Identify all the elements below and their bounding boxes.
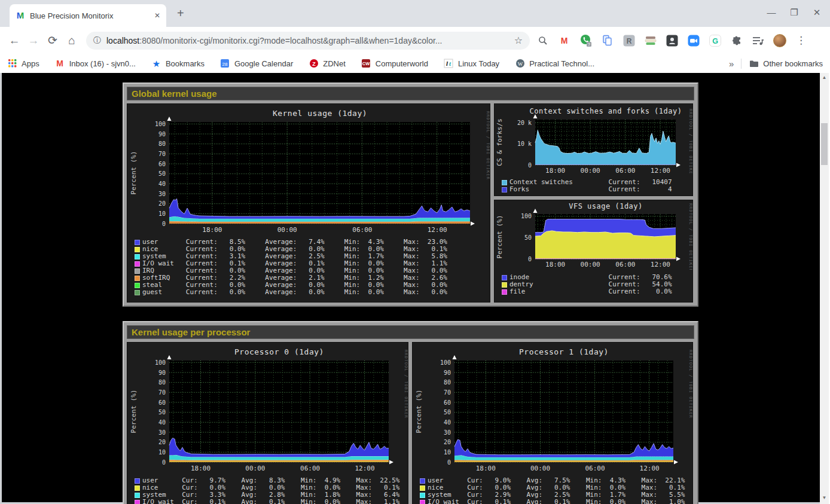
legend-swatch <box>420 493 425 498</box>
legend-row: Forks Current: 4 <box>502 186 692 193</box>
grammarly-icon[interactable]: G <box>708 33 722 47</box>
svg-text:M: M <box>17 11 25 20</box>
svg-text:00:00: 00:00 <box>581 167 600 175</box>
apps-grid-icon <box>7 59 17 69</box>
chart-processor-1[interactable]: 010203040506070809010018:0000:0006:0012:… <box>412 342 693 504</box>
svg-text:20: 20 <box>158 439 166 445</box>
calendar-icon: 28 <box>220 59 230 69</box>
bookmark-label: Linux Today <box>458 59 499 68</box>
tab-close-icon[interactable]: ✕ <box>154 11 160 20</box>
bookmark-star-icon[interactable]: ☆ <box>514 35 523 46</box>
bookmark-item[interactable]: ltLinux Today <box>444 59 499 69</box>
google-voice-icon[interactable]: ? <box>579 33 593 47</box>
window-maximize-icon[interactable]: ❐ <box>789 7 799 18</box>
section-title: Kernel usage per processor <box>132 327 250 337</box>
browser-toolbar: ← → ⟳ ⌂ ⓘ localhost :8080/monitorix-cgi/… <box>0 27 830 54</box>
svg-text:RRDTOOL / TOBI OETIKER: RRDTOOL / TOBI OETIKER <box>688 109 692 175</box>
svg-text:W: W <box>517 61 523 67</box>
reload-button[interactable]: ⟳ <box>43 33 62 47</box>
bookmark-item[interactable]: Apps <box>7 59 39 69</box>
bookmark-item[interactable]: ★Bookmarks <box>151 59 205 69</box>
bookmark-item[interactable]: WPractical Technol... <box>515 59 594 69</box>
copy-pages-icon[interactable] <box>600 33 614 47</box>
svg-text:06:00: 06:00 <box>585 465 605 472</box>
chart-kernel-usage[interactable]: 010203040506070809010018:0000:0006:0012:… <box>127 103 490 303</box>
svg-text:100: 100 <box>155 121 166 127</box>
svg-text:10: 10 <box>158 449 166 456</box>
bookmark-item[interactable]: 28Google Calendar <box>220 59 293 69</box>
svg-text:10: 10 <box>444 449 451 456</box>
zoom-meet-icon[interactable] <box>686 33 700 47</box>
svg-text:06:00: 06:00 <box>615 261 635 268</box>
url-path: :8080/monitorix-cgi/monitorix.cgi?mode=l… <box>139 36 442 45</box>
url-bar[interactable]: ⓘ localhost :8080/monitorix-cgi/monitori… <box>86 32 530 50</box>
svg-text:RRDTOOL / TOBI OETIKER: RRDTOOL / TOBI OETIKER <box>688 350 692 419</box>
puzzle-icon[interactable] <box>730 33 743 47</box>
page-scrollbar[interactable]: ▲ ▼ <box>820 73 829 504</box>
svg-text:12:00: 12:00 <box>428 226 447 234</box>
legend-text: I/O wait Cur: 0.1% Avg: 0.1% Min: 0.0% M… <box>142 499 399 504</box>
star-icon: ★ <box>151 59 161 69</box>
legend-text: I/O wait Cur: 0.1% Avg: 0.1% Min: 0.0% M… <box>428 499 685 504</box>
menu-icon[interactable]: ⋮ <box>794 33 808 47</box>
folder-icon <box>749 59 759 69</box>
chart-legend: Context switches Current: 10407Forks Cur… <box>502 179 692 193</box>
bookmarks-overflow-icon[interactable]: » <box>729 59 741 69</box>
tab-title: Blue Precision Monitorix <box>30 11 149 20</box>
forward-button[interactable]: → <box>24 34 43 47</box>
svg-text:RRDTOOL / TOBI OETIKER: RRDTOOL / TOBI OETIKER <box>404 350 408 419</box>
svg-text:70: 70 <box>158 389 166 396</box>
scrollbar-up-arrow[interactable]: ▲ <box>820 73 829 82</box>
svg-text:10 k: 10 k <box>517 140 532 147</box>
r-ext-icon[interactable]: R <box>622 33 636 47</box>
legend-swatch <box>135 254 140 259</box>
svg-text:20: 20 <box>444 439 451 445</box>
svg-text:18:00: 18:00 <box>545 167 565 175</box>
svg-text:50: 50 <box>158 170 166 177</box>
svg-text:90: 90 <box>158 369 166 376</box>
window-close-icon[interactable]: ✕ <box>812 7 822 18</box>
bookmark-item[interactable]: ZZDNet <box>309 59 346 69</box>
dark-ext-icon[interactable] <box>665 33 679 47</box>
chart-processor-0[interactable]: 010203040506070809010018:0000:0006:0012:… <box>127 342 408 504</box>
legend-swatch <box>135 276 140 281</box>
bookmark-label: Google Calendar <box>234 59 293 68</box>
chart-vfs-usage[interactable]: 05010018:0000:0006:0012:00VFS usage (1da… <box>494 200 693 303</box>
home-button[interactable]: ⌂ <box>62 34 81 47</box>
scrollbar-thumb[interactable] <box>821 123 828 165</box>
svg-text:40: 40 <box>158 419 166 426</box>
legend-swatch <box>135 240 140 245</box>
profile-icon[interactable] <box>773 33 786 47</box>
chart-vfs-plot: 05010018:0000:0006:0012:00VFS usage (1da… <box>495 200 692 270</box>
gmail-icon[interactable]: M <box>557 33 571 47</box>
browser-tab[interactable]: M Blue Precision Monitorix ✕ <box>10 4 166 27</box>
back-button[interactable]: ← <box>5 34 24 47</box>
other-bookmarks-label: Other bookmarks <box>763 59 823 68</box>
svg-text:90: 90 <box>158 131 166 138</box>
chart-context-switches[interactable]: 010 k20 k18:0000:0006:0012:00Context swi… <box>494 103 693 196</box>
svg-text:80: 80 <box>444 379 451 386</box>
svg-text:RRDTOOL / TOBI OETIKER: RRDTOOL / TOBI OETIKER <box>486 111 490 180</box>
bookmark-item[interactable]: MInbox (16) - sjvn0... <box>55 59 136 69</box>
svg-text:VFS usage (1day): VFS usage (1day) <box>569 202 643 210</box>
scrollbar-down-arrow[interactable]: ▼ <box>820 493 829 502</box>
svg-text:0: 0 <box>162 459 166 466</box>
bookmark-label: Practical Technol... <box>529 59 594 68</box>
svg-text:Context switches and forks (1: Context switches and forks (1day) <box>530 107 682 115</box>
svg-text:100: 100 <box>521 213 532 219</box>
window-frame-left <box>0 73 2 504</box>
bookmark-item[interactable]: CWComputerworld <box>361 59 428 69</box>
page-info-icon[interactable]: ⓘ <box>93 35 101 46</box>
legend-swatch <box>135 290 140 295</box>
window-minimize-icon[interactable]: — <box>767 7 776 18</box>
svg-text:40: 40 <box>444 419 451 426</box>
search-icon[interactable] <box>536 33 550 47</box>
media-list-icon[interactable] <box>751 33 765 47</box>
books-icon[interactable] <box>643 33 657 47</box>
new-tab-button[interactable]: + <box>177 7 184 19</box>
svg-text:70: 70 <box>444 389 451 396</box>
legend-row: I/O wait Cur: 0.1% Avg: 0.1% Min: 0.0% M… <box>420 499 692 504</box>
other-bookmarks-button[interactable]: Other bookmarks <box>749 59 823 69</box>
bookmark-label: Apps <box>22 59 39 68</box>
chart-legend: user Cur: 9.0% Avg: 7.5% Min: 4.3% Max: … <box>420 477 692 504</box>
